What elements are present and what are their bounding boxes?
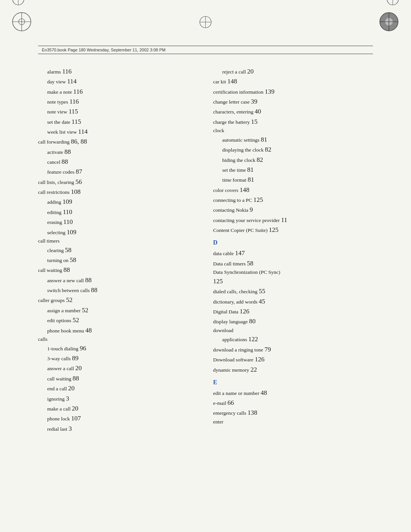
list-item: emergency calls 138 [213, 408, 373, 418]
list-item: 1-touch dialing 96 [47, 343, 198, 353]
list-item: automatic settings 81 [222, 135, 373, 145]
list-item: note types 116 [47, 97, 198, 107]
list-item: answer a new call 88 [47, 275, 198, 285]
list-item: 125 [213, 276, 373, 286]
reg-mark-top-center-left [199, 15, 212, 29]
list-item: reject a call 20 [222, 67, 373, 77]
header-bar: En3570.book Page 180 Wednesday, Septembe… [38, 46, 373, 54]
list-item: ignoring 3 [47, 394, 198, 404]
list-item: turning on 58 [47, 255, 198, 265]
list-item: time format 81 [222, 175, 373, 185]
section-header-d: D [213, 238, 373, 248]
reg-mark-top-left [11, 11, 32, 32]
list-item: enter [213, 418, 373, 426]
list-item: charge the battery 15 [213, 117, 373, 127]
list-item: feature codes 87 [47, 167, 198, 177]
list-item: editing 110 [47, 207, 198, 217]
list-item: selecting 109 [47, 227, 198, 237]
list-item: dictionary, add words 45 [213, 297, 373, 307]
list-item: certification information 139 [213, 87, 373, 97]
list-item: call timers [38, 237, 198, 245]
list-item: displaying the clock 82 [222, 145, 373, 155]
list-item: end a call 20 [47, 383, 198, 393]
list-item: e-mail 66 [213, 398, 373, 408]
section-header-e: E [213, 378, 373, 387]
list-item: calls [38, 335, 198, 343]
list-item: set the date 115 [47, 117, 198, 127]
book-page: En3570.book Page 180 Wednesday, Septembe… [0, 0, 411, 532]
list-item: erasing 110 [47, 217, 198, 227]
list-item: hiding the clock 82 [222, 155, 373, 165]
list-item: call restrictions 108 [38, 187, 198, 197]
reg-mark-left [11, 0, 25, 8]
list-item: change letter case 39 [213, 97, 373, 107]
list-item: download a ringing tone 79 [213, 345, 373, 355]
list-item: switch between calls 88 [47, 285, 198, 295]
list-item: set the time 81 [222, 165, 373, 175]
list-item: activate 88 [47, 147, 198, 157]
list-item: Data call timers 58 [213, 259, 373, 268]
header-text: En3570.book Page 180 Wednesday, Septembe… [38, 48, 166, 52]
list-item: characters, entering 40 [213, 107, 373, 117]
list-item: day view 114 [47, 77, 198, 86]
list-item: call waiting 88 [38, 265, 198, 275]
list-item: Content Copier (PC Suite) 125 [213, 225, 373, 235]
list-item: call waiting 88 [47, 374, 198, 383]
list-item: call lists, clearing 56 [38, 177, 198, 187]
list-item: week list view 114 [47, 127, 198, 137]
list-item: edit options 52 [47, 315, 198, 325]
list-item: alarms 116 [47, 67, 198, 77]
list-item: phone lock 107 [47, 414, 198, 423]
list-item: cancel 88 [47, 157, 198, 167]
list-item: color covers 148 [213, 185, 373, 195]
list-item: Digital Data 126 [213, 307, 373, 316]
list-item: connecting to a PC 125 [213, 195, 373, 205]
list-item: contacting your service provider 11 [213, 215, 373, 225]
list-item: call forwarding 86, 88 [38, 137, 198, 147]
list-item: make a call 20 [47, 404, 198, 414]
list-item: dynamic memory 22 [213, 365, 373, 375]
list-item: data cable 147 [213, 248, 373, 258]
list-item: Download software 126 [213, 355, 373, 364]
top-marks [0, 11, 411, 32]
list-item: applications 122 [222, 334, 373, 344]
list-item: redial last 3 [47, 424, 198, 434]
list-item: 3-way calls 89 [47, 353, 198, 363]
list-item: contacting Nokia 9 [213, 205, 373, 215]
list-item: clock [213, 127, 373, 135]
list-item: clearing 58 [47, 245, 198, 255]
list-item: Data Synchronization (PC Sync) [213, 268, 373, 276]
list-item: display language 80 [213, 316, 373, 326]
list-item: adding 109 [47, 197, 198, 207]
list-item: phone book menu 48 [47, 326, 198, 335]
list-item: note view 115 [47, 107, 198, 117]
list-item: caller groups 52 [38, 295, 198, 305]
list-item: answer a call 20 [47, 363, 198, 373]
list-item: car kit 148 [213, 77, 373, 86]
list-item: make a note 116 [47, 87, 198, 97]
reg-mark-top-right [379, 11, 400, 32]
reg-mark-right [386, 0, 400, 8]
list-item: assign a number 52 [47, 305, 198, 315]
list-item: edit a name or number 48 [213, 388, 373, 398]
list-item: dialed calls, checking 55 [213, 286, 373, 296]
list-item: download [213, 327, 373, 335]
